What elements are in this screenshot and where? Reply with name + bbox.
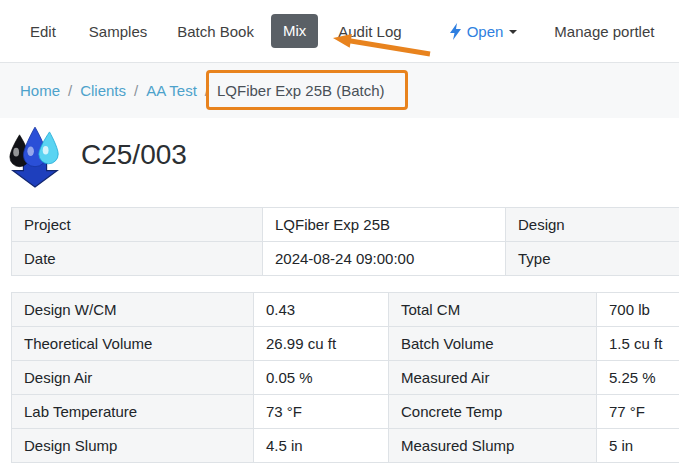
table-row: Design Air 0.05 % Measured Air 5.25 % bbox=[12, 361, 679, 395]
breadcrumb-clients[interactable]: Clients bbox=[80, 82, 126, 99]
nav-samples[interactable]: Samples bbox=[89, 23, 147, 40]
breadcrumb-separator: / bbox=[205, 82, 209, 99]
breadcrumb-current-batch: LQFiber Exp 25B (Batch) bbox=[217, 82, 385, 99]
field-label: Lab Temperature bbox=[12, 395, 254, 429]
field-value: 700 lb bbox=[597, 293, 679, 327]
field-value: 0.05 % bbox=[254, 361, 389, 395]
breadcrumb: Home / Clients / AA Test / LQFiber Exp 2… bbox=[0, 62, 679, 118]
breadcrumb-client[interactable]: AA Test bbox=[146, 82, 197, 99]
batch-info-table: Project LQFiber Exp 25B Design Date 2024… bbox=[11, 207, 679, 276]
field-label: Theoretical Volume bbox=[12, 327, 254, 361]
top-nav: Edit Samples Batch Book Mix Audit Log Op… bbox=[0, 0, 679, 62]
table-row: Date 2024-08-24 09:00:00 Type bbox=[12, 242, 679, 276]
field-label: Design Slump bbox=[12, 429, 254, 463]
field-value: 2024-08-24 09:00:00 bbox=[263, 242, 506, 276]
breadcrumb-separator: / bbox=[134, 82, 138, 99]
open-dropdown[interactable]: Open bbox=[450, 23, 518, 40]
table-row: Design W/CM 0.43 Total CM 700 lb bbox=[12, 293, 679, 327]
field-value: 5.25 % bbox=[597, 361, 679, 395]
field-value: LQFiber Exp 25B bbox=[263, 208, 506, 242]
field-value: 5 in bbox=[597, 429, 679, 463]
field-label: Date bbox=[12, 242, 263, 276]
page-header: C25/003 bbox=[0, 126, 679, 190]
field-value: 26.99 cu ft bbox=[254, 327, 389, 361]
field-value: 4.5 in bbox=[254, 429, 389, 463]
field-label: Type bbox=[506, 242, 679, 276]
nav-batch-book[interactable]: Batch Book bbox=[177, 23, 254, 40]
manage-portlets-link[interactable]: Manage portlet bbox=[554, 23, 654, 40]
nav-audit-log[interactable]: Audit Log bbox=[338, 23, 401, 40]
table-row: Lab Temperature 73 °F Concrete Temp 77 °… bbox=[12, 395, 679, 429]
open-dropdown-label: Open bbox=[467, 23, 504, 40]
table-row: Project LQFiber Exp 25B Design bbox=[12, 208, 679, 242]
water-drops-logo-icon bbox=[6, 126, 64, 190]
table-row: Design Slump 4.5 in Measured Slump 5 in bbox=[12, 429, 679, 463]
field-value: 73 °F bbox=[254, 395, 389, 429]
field-label: Measured Air bbox=[389, 361, 597, 395]
field-label: Design W/CM bbox=[12, 293, 254, 327]
nav-mix-active-tab[interactable]: Mix bbox=[271, 14, 318, 48]
field-value: 0.43 bbox=[254, 293, 389, 327]
nav-edit[interactable]: Edit bbox=[30, 23, 56, 40]
field-value: 1.5 cu ft bbox=[597, 327, 679, 361]
field-label: Batch Volume bbox=[389, 327, 597, 361]
mix-results-table: Design W/CM 0.43 Total CM 700 lb Theoret… bbox=[11, 292, 679, 463]
field-label: Design bbox=[506, 208, 679, 242]
breadcrumb-home[interactable]: Home bbox=[20, 82, 60, 99]
field-label: Design Air bbox=[12, 361, 254, 395]
field-label: Project bbox=[12, 208, 263, 242]
field-label: Measured Slump bbox=[389, 429, 597, 463]
chevron-down-icon bbox=[509, 30, 517, 34]
field-label: Concrete Temp bbox=[389, 395, 597, 429]
field-label: Total CM bbox=[389, 293, 597, 327]
table-row: Theoretical Volume 26.99 cu ft Batch Vol… bbox=[12, 327, 679, 361]
batch-page: Edit Samples Batch Book Mix Audit Log Op… bbox=[0, 0, 679, 470]
breadcrumb-separator: / bbox=[68, 82, 72, 99]
page-title: C25/003 bbox=[81, 139, 187, 171]
field-value: 77 °F bbox=[597, 395, 679, 429]
lightning-bolt-icon bbox=[450, 23, 461, 40]
